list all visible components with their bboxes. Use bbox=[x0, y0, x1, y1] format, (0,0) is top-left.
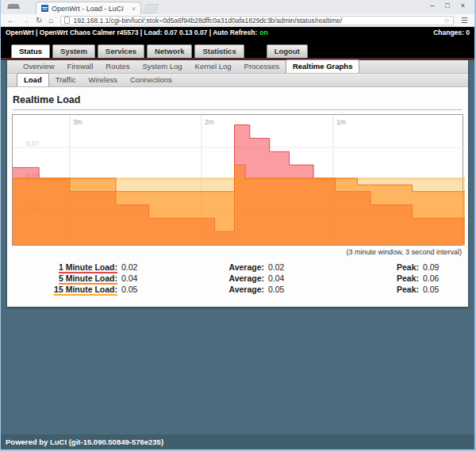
page-content: Realtime Load 3m2m1m0.070.050.02 (3 minu… bbox=[7, 87, 468, 307]
luci-status-text: OpenWrt | OpenWrt Chaos Calmer r45573 | … bbox=[6, 29, 257, 36]
tab-title: OpenWrt - Load - LuCI bbox=[52, 5, 124, 13]
svg-text:2m: 2m bbox=[205, 118, 214, 126]
load-graph: 3m2m1m0.070.050.02 bbox=[12, 114, 463, 246]
tab-kernel-log[interactable]: Kernel Log bbox=[189, 60, 238, 73]
tab-routes[interactable]: Routes bbox=[99, 60, 136, 73]
browser-tab[interactable]: OpenWrt - Load - LuCI × bbox=[36, 2, 141, 14]
load-stats-table: 1 Minute Load: 0.02 Average: 0.02 Peak: … bbox=[18, 262, 463, 294]
graph-caption: (3 minute window, 3 second interval) bbox=[12, 248, 462, 256]
window-close-button[interactable]: × bbox=[461, 2, 465, 10]
avg-label-1: Average: bbox=[197, 273, 264, 283]
tab-traffic[interactable]: Traffic bbox=[49, 74, 83, 86]
status-subnav: Overview Firewall Routes System Log Kern… bbox=[7, 60, 468, 74]
avg-value-2: 0.05 bbox=[264, 285, 359, 294]
luci-footer: Powered by LuCI (git-15.090.50849-576e23… bbox=[1, 434, 474, 449]
tab-firewall[interactable]: Firewall bbox=[61, 60, 100, 73]
browser-window: OpenWrt - Load - LuCI × – □ × ← → ↻ ⌂ 19… bbox=[0, 0, 476, 451]
stat-label-0: 1 Minute Load: bbox=[59, 262, 117, 273]
stat-label-2: 15 Minute Load: bbox=[54, 285, 117, 296]
tab-load[interactable]: Load bbox=[17, 73, 49, 86]
stat-value-1: 0.04 bbox=[117, 273, 197, 283]
avg-label-2: Average: bbox=[197, 285, 264, 294]
luci-main-nav: Status System Services Network Statistic… bbox=[1, 37, 474, 60]
peak-label-0: Peak: bbox=[359, 262, 419, 272]
browser-tabstrip: OpenWrt - Load - LuCI × – □ × bbox=[1, 0, 474, 14]
browser-menu-icon[interactable]: ☰ bbox=[461, 16, 468, 25]
stat-value-0: 0.02 bbox=[117, 262, 197, 272]
bookmark-star-icon[interactable]: ☆ bbox=[443, 17, 450, 25]
peak-label-1: Peak: bbox=[359, 273, 419, 283]
window-maximize-button[interactable]: □ bbox=[445, 2, 449, 10]
luci-status-bar: OpenWrt | OpenWrt Chaos Calmer r45573 | … bbox=[1, 27, 474, 37]
avg-value-0: 0.02 bbox=[264, 262, 359, 272]
peak-label-2: Peak: bbox=[359, 285, 419, 294]
load-chart-svg: 3m2m1m0.070.050.02 bbox=[13, 115, 465, 245]
tab-wireless[interactable]: Wireless bbox=[83, 74, 124, 86]
stat-label-1: 5 Minute Load: bbox=[59, 273, 117, 285]
peak-value-1: 0.06 bbox=[419, 273, 466, 283]
home-icon[interactable]: ⌂ bbox=[48, 17, 53, 25]
incognito-icon bbox=[7, 4, 20, 12]
back-icon[interactable]: ← bbox=[7, 17, 15, 25]
svg-text:3m: 3m bbox=[73, 118, 83, 126]
avg-label-0: Average: bbox=[197, 262, 264, 272]
tab-system[interactable]: System bbox=[52, 44, 95, 58]
avg-value-1: 0.04 bbox=[264, 273, 359, 283]
tab-status[interactable]: Status bbox=[11, 44, 50, 58]
page-title: Realtime Load bbox=[13, 94, 463, 110]
tab-realtime-graphs[interactable]: Realtime Graphs bbox=[286, 59, 360, 73]
tab-services[interactable]: Services bbox=[98, 44, 144, 58]
window-minimize-button[interactable]: – bbox=[430, 2, 434, 10]
powered-by-text: Powered by LuCI (git-15.090.50849-576e23… bbox=[6, 438, 163, 446]
peak-value-2: 0.05 bbox=[419, 285, 466, 294]
openwrt-favicon bbox=[41, 5, 48, 12]
changes-indicator[interactable]: Changes: 0 bbox=[433, 29, 470, 36]
url-text[interactable]: 192.168.1.1/cgi-bin/luci/;stok=0d5a6f94b… bbox=[73, 17, 440, 25]
tab-network[interactable]: Network bbox=[147, 44, 192, 58]
content-card: Overview Firewall Routes System Log Kern… bbox=[7, 60, 468, 307]
tab-connections[interactable]: Connections bbox=[124, 74, 178, 86]
new-tab-button[interactable] bbox=[143, 4, 159, 13]
url-bar[interactable]: 192.168.1.1/cgi-bin/luci/;stok=0d5a6f94b… bbox=[60, 16, 454, 25]
tab-close-icon[interactable]: × bbox=[132, 5, 136, 13]
tab-system-log[interactable]: System Log bbox=[136, 60, 188, 73]
page-icon bbox=[64, 17, 70, 24]
realtime-subnav: Load Traffic Wireless Connections bbox=[7, 74, 468, 87]
peak-value-0: 0.09 bbox=[419, 262, 466, 272]
refresh-icon[interactable]: ↻ bbox=[36, 17, 42, 25]
tab-overview[interactable]: Overview bbox=[17, 60, 61, 73]
tab-processes[interactable]: Processes bbox=[238, 60, 286, 73]
stat-value-2: 0.05 bbox=[117, 285, 197, 294]
svg-text:0.07: 0.07 bbox=[26, 140, 40, 147]
tab-logout[interactable]: Logout bbox=[267, 44, 308, 58]
browser-toolbar: ← → ↻ ⌂ 192.168.1.1/cgi-bin/luci/;stok=0… bbox=[1, 14, 474, 27]
tab-statistics[interactable]: Statistics bbox=[194, 44, 244, 58]
auto-refresh-state: on bbox=[259, 29, 267, 36]
forward-icon[interactable]: → bbox=[21, 17, 29, 25]
svg-text:1m: 1m bbox=[336, 118, 346, 126]
